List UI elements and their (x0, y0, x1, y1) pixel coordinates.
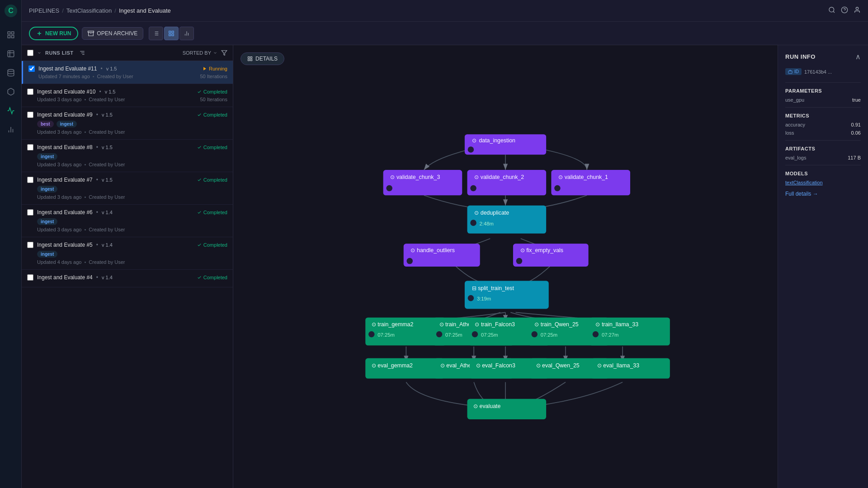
sidebar-item-dashboard[interactable] (3, 27, 19, 43)
run-meta-time: Updated 4 days ago (37, 259, 81, 265)
full-details-link[interactable]: Full details → (785, 191, 861, 197)
svg-rect-2 (8, 32, 10, 34)
run-name: Ingest and Evaluate #9 (37, 112, 93, 118)
run-status: Completed (197, 145, 227, 150)
sorted-by-button[interactable]: SORTED BY (183, 50, 217, 56)
select-all-checkbox[interactable] (27, 50, 33, 56)
open-archive-label: OPEN ARCHIVE (97, 30, 137, 37)
topbar-actions (828, 6, 861, 15)
run-checkbox[interactable] (27, 274, 33, 281)
run-item[interactable]: Ingest and Evaluate #7 • v 1.5 Completed… (22, 172, 233, 205)
svg-rect-45 (468, 146, 474, 153)
app-logo[interactable]: C (4, 4, 18, 18)
svg-text:fix_empty_vals: fix_empty_vals (526, 247, 563, 253)
svg-text:⊙: ⊙ (474, 210, 479, 216)
run-status: Completed (197, 242, 227, 248)
svg-text:train_gemma2: train_gemma2 (377, 321, 413, 328)
run-meta-time: Updated 3 days ago (37, 227, 81, 232)
runs-panel: RUNS LIST SORTED BY Ingest and Evaluate … (22, 45, 233, 488)
pipeline-diagram: ⊙ data_ingestion ⊙ validate_chunk_3 ⊙ va… (233, 45, 778, 488)
svg-text:deduplicate: deduplicate (481, 210, 509, 216)
node-fix-empty-vals[interactable]: ⊙ fix_empty_vals (513, 244, 589, 267)
view-list-button[interactable] (149, 27, 163, 40)
breadcrumb-pipelines[interactable]: PIPELINES (29, 7, 59, 14)
node-validate-chunk-1[interactable]: ⊙ validate_chunk_1 (551, 170, 630, 195)
run-version: v 1.4 (102, 210, 113, 215)
svg-rect-66 (406, 258, 413, 264)
run-item[interactable]: Ingest and Evaluate #11 • v 1.5 Running … (22, 61, 233, 84)
open-archive-button[interactable]: OPEN ARCHIVE (82, 27, 143, 40)
run-item[interactable]: Ingest and Evaluate #5 • v 1.4 Completed… (22, 237, 233, 270)
search-icon[interactable] (828, 6, 835, 15)
new-run-button[interactable]: NEW RUN (29, 27, 78, 40)
node-split-train-test[interactable]: ⊟ split_train_test 3:19m (465, 281, 549, 309)
run-checkbox[interactable] (27, 144, 33, 150)
svg-text:⊙: ⊙ (475, 321, 479, 328)
run-meta-by: Created by User (97, 74, 133, 79)
breadcrumb-textclassification[interactable]: TextClassification (66, 7, 112, 14)
view-chart-button[interactable] (179, 27, 194, 40)
user-icon[interactable] (854, 6, 861, 15)
sidebar-item-pipelines[interactable] (3, 103, 19, 119)
settings-icon[interactable] (79, 50, 85, 56)
metric-key: accuracy (785, 122, 805, 127)
runs-header: RUNS LIST SORTED BY (22, 45, 233, 61)
run-name: Ingest and Evaluate #10 (37, 89, 95, 95)
node-validate-chunk-2[interactable]: ⊙ validate_chunk_2 (467, 170, 547, 195)
canvas-toolbar: DETAILS (241, 52, 284, 65)
svg-text:train_Falcon3: train_Falcon3 (481, 321, 515, 328)
details-label: DETAILS (255, 56, 278, 62)
sidebar-item-datasets[interactable] (3, 65, 19, 81)
metric-value: 0.91 (851, 122, 861, 127)
svg-point-6 (8, 70, 14, 72)
node-evaluate[interactable]: ⊙ evaluate (467, 399, 547, 419)
model-link[interactable]: textClassification (785, 180, 861, 185)
run-version: v 1.5 (106, 66, 117, 71)
svg-text:⊙: ⊙ (534, 321, 539, 328)
sidebar-item-compare[interactable] (3, 122, 19, 138)
svg-text:2:48m: 2:48m (480, 221, 494, 226)
svg-text:validate_chunk_2: validate_chunk_2 (481, 174, 524, 180)
node-data-ingestion[interactable]: ⊙ data_ingestion (465, 134, 546, 155)
models-title: MODELS (785, 171, 861, 176)
artifacts-title: ARTIFACTS (785, 146, 861, 151)
run-checkbox[interactable] (28, 66, 35, 72)
run-checkbox[interactable] (27, 177, 33, 183)
collapse-panel-button[interactable]: ∧ (855, 52, 861, 61)
run-item[interactable]: Ingest and Evaluate #10 • v 1.5 Complete… (22, 84, 233, 107)
help-icon[interactable] (841, 6, 848, 15)
run-id-value: 176143b4 ... (804, 69, 832, 75)
run-item[interactable]: Ingest and Evaluate #4 • v 1.4 Completed (22, 270, 233, 287)
node-validate-chunk-3[interactable]: ⊙ validate_chunk_3 (383, 170, 462, 195)
tag-ingest: ingest (57, 121, 77, 127)
svg-text:eval_gemma2: eval_gemma2 (377, 362, 413, 369)
filter-icon[interactable] (221, 50, 227, 56)
details-button[interactable]: DETAILS (241, 52, 284, 65)
run-checkbox[interactable] (27, 209, 33, 216)
run-id-badge: ID (785, 68, 802, 75)
svg-rect-61 (470, 220, 476, 226)
run-item[interactable]: Ingest and Evaluate #8 • v 1.5 Completed… (22, 140, 233, 172)
run-item[interactable]: Ingest and Evaluate #6 • v 1.4 Completed… (22, 205, 233, 237)
sidebar-item-experiments[interactable] (3, 46, 19, 62)
run-item[interactable]: Ingest and Evaluate #9 • v 1.5 Completed… (22, 107, 233, 140)
run-checkbox[interactable] (27, 112, 33, 118)
node-eval-llama33[interactable]: ⊙ eval_llama_33 (591, 358, 670, 379)
node-deduplicate[interactable]: ⊙ deduplicate 2:48m (467, 206, 547, 234)
sidebar-item-models[interactable] (3, 84, 19, 100)
node-eval-gemma2[interactable]: ⊙ eval_gemma2 (365, 358, 444, 379)
runs-list: Ingest and Evaluate #11 • v 1.5 Running … (22, 61, 233, 488)
node-handle-outliers[interactable]: ⊙ handle_outliers (404, 244, 480, 267)
svg-text:⊙: ⊙ (595, 321, 600, 328)
svg-text:⊟: ⊟ (472, 285, 476, 291)
node-train-llama33[interactable]: ⊙ train_llama_33 07:27m (590, 318, 670, 346)
run-checkbox[interactable] (27, 89, 33, 95)
tag-ingest: ingest (37, 186, 57, 192)
artifact-value: 117 B (848, 155, 861, 160)
run-meta-by: Created by User (89, 97, 125, 102)
new-run-label: NEW RUN (45, 30, 71, 37)
view-grid-button[interactable] (164, 27, 179, 40)
run-meta-time: Updated 3 days ago (37, 194, 81, 200)
run-checkbox[interactable] (27, 242, 33, 248)
svg-text:⊙: ⊙ (558, 174, 563, 180)
